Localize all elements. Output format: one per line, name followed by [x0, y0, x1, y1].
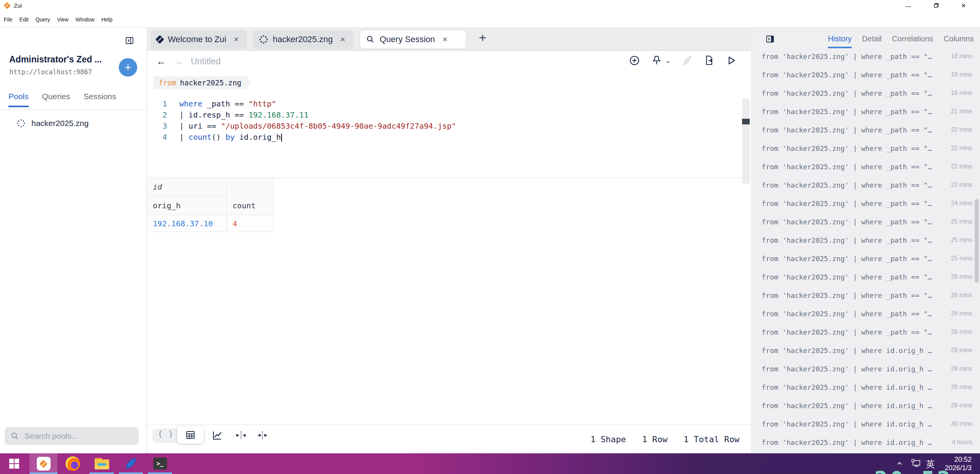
code-line[interactable]: 3| uri == "/uploads/06853c4f-8b05-4949-9…: [147, 120, 456, 131]
history-entry[interactable]: from 'hacker2025.zng' | where id.orig_h …: [751, 415, 980, 433]
search-pools-box[interactable]: [5, 427, 139, 445]
history-entry[interactable]: from 'hacker2025.zng' | where _path == "…: [751, 268, 980, 286]
history-entry[interactable]: from 'hacker2025.zng' | where _path == "…: [751, 157, 980, 176]
right-panel-tab-history[interactable]: History: [828, 34, 852, 48]
right-panel-tab-detail[interactable]: Detail: [862, 34, 882, 48]
right-panel-tab-columns[interactable]: Columns: [944, 34, 974, 48]
history-entry[interactable]: from 'hacker2025.zng' | where _path == "…: [751, 102, 980, 121]
history-entry[interactable]: from 'hacker2025.zng' | where id.orig_h …: [751, 396, 980, 415]
history-time: 28 mins: [951, 365, 972, 372]
history-entry[interactable]: from 'hacker2025.zng' | where id.orig_h …: [751, 360, 980, 378]
menu-query[interactable]: Query: [36, 16, 50, 23]
menu-help[interactable]: Help: [102, 16, 113, 23]
history-entry[interactable]: from 'hacker2025.zng' | where _path == "…: [751, 84, 980, 102]
history-entry[interactable]: from 'hacker2025.zng' | where id.orig_h …: [751, 433, 980, 451]
cell-count[interactable]: 4: [227, 215, 274, 232]
zui-window: Zui — ✕ FileEditQueryViewWindowHelp Admi…: [0, 0, 980, 474]
tray-network-icon[interactable]: [911, 458, 922, 468]
history-entry[interactable]: from 'hacker2025.zng' | where id.orig_h …: [751, 341, 980, 360]
pool-list-item[interactable]: hacker2025.zng: [0, 115, 147, 132]
tab-welcome-to-zui[interactable]: Welcome to Zui ✕: [151, 30, 247, 49]
taskbar-terminal-button[interactable]: >_: [146, 453, 174, 474]
code-line[interactable]: 1where _path == "http": [147, 98, 456, 109]
json-view-button[interactable]: { }: [158, 429, 174, 438]
chevron-down-icon[interactable]: ⌄: [665, 57, 670, 64]
history-entry[interactable]: from 'hacker2025.zng' | where _path == "…: [751, 323, 980, 341]
tray-hidden-icons-button[interactable]: [896, 459, 903, 467]
start-button[interactable]: [0, 453, 28, 474]
group-header-empty: [227, 178, 274, 196]
line-number: 1: [147, 99, 167, 108]
history-entry[interactable]: from 'hacker2025.zng' | where _path == "…: [751, 47, 980, 65]
right-panel-collapse-button[interactable]: [765, 34, 775, 44]
history-entry[interactable]: from 'hacker2025.zng' | where _path == "…: [751, 176, 980, 194]
table-row[interactable]: 192.168.37.10 4: [147, 215, 274, 232]
editor-scrollbar[interactable]: [742, 99, 750, 184]
taskbar-explorer-button[interactable]: [88, 453, 116, 474]
restore-button[interactable]: [927, 1, 945, 11]
taskbar-firefox-button[interactable]: [59, 453, 87, 474]
sidebar-tab-sessions[interactable]: Sessions: [84, 92, 116, 107]
history-query: from 'hacker2025.zng' | where _path == "…: [762, 236, 932, 244]
back-button[interactable]: ←: [156, 56, 166, 67]
tab-query-session[interactable]: Query Session ✕: [360, 30, 466, 49]
history-entry[interactable]: from 'hacker2025.zng' | where _path == "…: [751, 286, 980, 304]
history-entry[interactable]: from 'hacker2025.zng' | where _path == "…: [751, 212, 980, 231]
panel-collapse-right-icon: [765, 34, 775, 44]
run-query-button[interactable]: [726, 55, 737, 66]
history-query: from 'hacker2025.zng' | where _path == "…: [762, 108, 932, 116]
new-tab-button[interactable]: +: [479, 31, 486, 45]
menu-file[interactable]: File: [4, 16, 13, 23]
history-entry[interactable]: from 'hacker2025.zng' | where id.orig_h …: [751, 378, 980, 396]
query-editor[interactable]: 1where _path == "http"2| id.resp_h == 19…: [147, 98, 456, 142]
history-entry[interactable]: from 'hacker2025.zng' | where _path == "…: [751, 121, 980, 139]
minimize-button[interactable]: —: [900, 1, 917, 11]
column-header-orig-h[interactable]: orig_h: [147, 196, 227, 215]
menu-window[interactable]: Window: [75, 16, 95, 23]
code-line[interactable]: 4| count() by id.orig_h: [147, 131, 456, 142]
code-line[interactable]: 2| id.resp_h == 192.168.37.11: [147, 109, 456, 120]
column-header-count[interactable]: count: [227, 196, 274, 215]
right-panel-scrollbar-thumb[interactable]: [975, 199, 979, 283]
zui-logo-icon: [156, 35, 164, 44]
menu-edit[interactable]: Edit: [20, 16, 29, 23]
history-entry[interactable]: from 'hacker2025.zng' | where _path == "…: [751, 304, 980, 323]
export-results-button[interactable]: [703, 55, 715, 66]
history-entry[interactable]: from 'hacker2025.zng' | where _path == "…: [751, 139, 980, 157]
history-time: 26 mins: [951, 310, 972, 317]
add-circle-button[interactable]: [629, 55, 640, 66]
collapse-columns-button[interactable]: [257, 430, 268, 441]
chart-view-button[interactable]: [211, 430, 223, 441]
sidebar-tab-pools[interactable]: Pools: [8, 92, 29, 107]
menu-view[interactable]: View: [57, 16, 69, 23]
sidebar-tab-queries[interactable]: Queries: [42, 92, 70, 107]
query-title: Untitled: [191, 56, 221, 67]
tab-close-icon[interactable]: ✕: [442, 36, 447, 44]
history-entry[interactable]: from 'hacker2025.zng' | where _path == "…: [751, 231, 980, 249]
pin-button[interactable]: [651, 55, 662, 66]
sidebar-collapse-button[interactable]: [125, 36, 134, 45]
history-entry[interactable]: from 'hacker2025.zng' | where _path == "…: [751, 194, 980, 212]
code-text: where _path == "http": [167, 99, 276, 108]
taskbar-wireshark-button[interactable]: [117, 453, 145, 474]
right-panel-tab-correlations[interactable]: Correlations: [892, 34, 933, 48]
editor-scrollbar-thumb[interactable]: [742, 119, 750, 124]
from-pill[interactable]: from hacker2025.zng: [153, 76, 251, 89]
forward-button[interactable]: →: [174, 56, 184, 67]
tab-hacker2025[interactable]: hacker2025.zng ✕: [253, 30, 354, 49]
table-view-button-active[interactable]: [177, 426, 204, 444]
pool-icon: [259, 35, 268, 44]
add-pool-button[interactable]: +: [119, 58, 137, 77]
history-entry[interactable]: from 'hacker2025.zng' | where _path == "…: [751, 65, 980, 84]
expand-columns-button[interactable]: [235, 430, 247, 441]
tab-close-icon[interactable]: ✕: [233, 36, 239, 44]
close-button[interactable]: ✕: [955, 1, 972, 11]
history-time: 25 mins: [951, 218, 972, 225]
lake-url: http://localhost:9867: [10, 68, 92, 76]
cell-orig-h[interactable]: 192.168.37.10: [147, 215, 227, 232]
taskbar-zui-button[interactable]: [29, 453, 57, 474]
search-pools-input[interactable]: [25, 432, 128, 441]
history-entry[interactable]: from 'hacker2025.zng' | where _path == "…: [751, 249, 980, 268]
tab-close-icon[interactable]: ✕: [340, 36, 346, 44]
row-count: 1 Row: [642, 435, 667, 444]
